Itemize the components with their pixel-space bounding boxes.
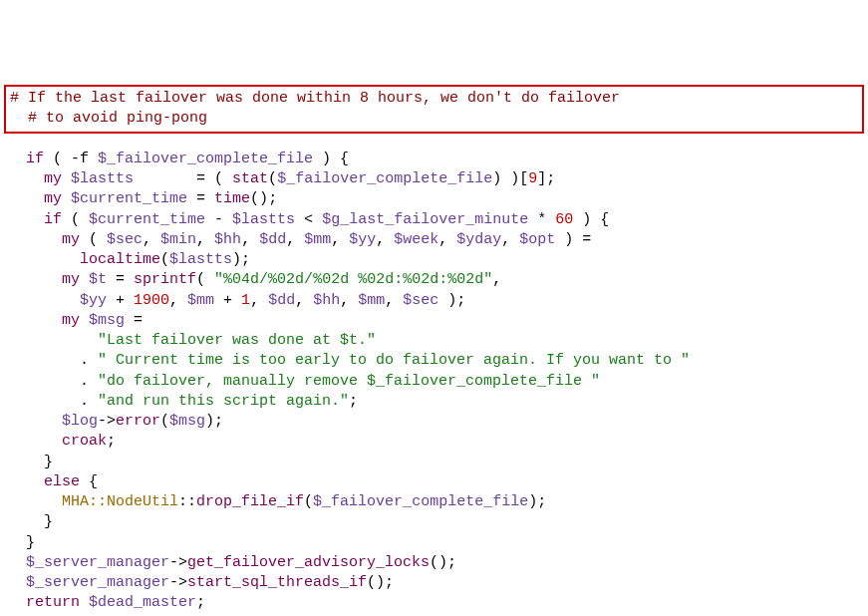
comment-line-1: # If the last failover was done within 8…: [10, 90, 620, 107]
var-dead-master: $dead_master: [89, 594, 196, 611]
brace-close: }: [44, 454, 53, 470]
cond-close: ) {: [313, 151, 349, 167]
fn-start-sql: start_sql_threads_if: [187, 574, 367, 591]
var-yy: $yy: [349, 231, 376, 248]
var-mm-3: $mm: [358, 292, 385, 309]
fn-croak: croak: [62, 433, 107, 450]
arrow-2: ->: [169, 554, 187, 571]
num-1900: 1900: [134, 292, 169, 309]
brace-open: {: [89, 473, 98, 490]
keyword-my-3: my: [62, 231, 80, 248]
fn-get-locks: get_failover_advisory_locks: [187, 554, 430, 571]
fn-sprintf: sprintf: [134, 271, 196, 288]
op-lt: <: [295, 211, 322, 228]
fn-error: error: [116, 413, 160, 430]
num-60: 60: [555, 211, 573, 228]
str-msg4: "and run this script again.": [98, 393, 349, 410]
var-server-manager: $_server_manager: [26, 554, 169, 571]
var-t: $t: [89, 271, 107, 288]
var-mm-2: $mm: [187, 292, 214, 309]
var-sec: $sec: [107, 231, 143, 248]
str-msg2: " Current time is too early to do failov…: [98, 352, 690, 369]
highlighted-comment-block: # If the last failover was done within 8…: [4, 85, 864, 134]
var-g-last: $g_last_failover_minute: [322, 211, 528, 228]
keyword-else: else: [44, 473, 80, 490]
brace-close-3: }: [26, 534, 35, 551]
var-dd: $dd: [259, 231, 286, 248]
fn-drop-file-if: drop_file_if: [196, 493, 304, 510]
var-current-time-2: $current_time: [89, 211, 205, 228]
keyword-my-5: my: [62, 312, 80, 329]
num-9: 9: [528, 170, 537, 187]
var-msg: $msg: [89, 312, 125, 329]
var-lastts: $lastts: [71, 170, 134, 187]
class-mha-nodeutil: MHA::NodeUtil: [62, 493, 178, 510]
var-yy-2: $yy: [80, 292, 107, 309]
var-hh-2: $hh: [313, 292, 340, 309]
paren: (: [214, 170, 232, 187]
var-log: $log: [62, 413, 98, 430]
var-lastts-2: $lastts: [232, 211, 295, 228]
var-week: $week: [394, 231, 438, 248]
eq-pad: =: [134, 170, 214, 187]
var-lastts-3: $lastts: [169, 251, 232, 268]
fn-time: time: [214, 190, 250, 207]
var-failover-file-2: $_failover_complete_file: [277, 170, 492, 187]
var-dd-2: $dd: [268, 292, 295, 309]
var-opt: $opt: [519, 231, 555, 248]
eq: =: [187, 190, 214, 207]
str-fmt: "%04d/%02d/%02d %02d:%02d:%02d": [214, 271, 492, 288]
cond-open: ( -f: [53, 151, 98, 167]
str-msg1: "Last failover was done at $t.": [98, 332, 376, 349]
str-msg3: "do failover, manually remove $_failover…: [98, 373, 600, 390]
fn-localtime: localtime: [80, 251, 160, 268]
op-add-2: +: [214, 292, 241, 309]
brace-close-2: }: [44, 513, 53, 530]
var-sec-2: $sec: [403, 292, 438, 309]
keyword-my-4: my: [62, 271, 80, 288]
op-mul: *: [528, 211, 555, 228]
var-failover-file: $_failover_complete_file: [98, 151, 313, 167]
keyword-return: return: [26, 594, 80, 611]
semi: ;: [268, 190, 277, 207]
fn-stat: stat: [232, 170, 268, 187]
arrow: ->: [98, 413, 116, 430]
var-msg-2: $msg: [169, 413, 205, 430]
var-server-manager-2: $_server_manager: [26, 574, 169, 591]
var-yday: $yday: [456, 231, 501, 248]
var-min: $min: [160, 231, 196, 248]
idx-open: )[: [501, 170, 528, 187]
var-mm: $mm: [304, 231, 331, 248]
idx-close: ];: [537, 170, 555, 187]
keyword-my-2: my: [44, 190, 62, 207]
num-1: 1: [241, 292, 250, 309]
op-sub: -: [205, 211, 232, 228]
arrow-3: ->: [169, 574, 187, 591]
keyword-if: if: [26, 151, 44, 167]
var-hh: $hh: [214, 231, 241, 248]
comment-line-2: # to avoid ping-pong: [28, 110, 207, 127]
op-add: +: [107, 292, 134, 309]
dbl-colon: ::: [178, 493, 196, 510]
keyword-if-2: if: [44, 211, 62, 228]
keyword-my: my: [44, 170, 62, 187]
var-failover-file-3: $_failover_complete_file: [313, 493, 528, 510]
var-current-time: $current_time: [71, 190, 187, 207]
